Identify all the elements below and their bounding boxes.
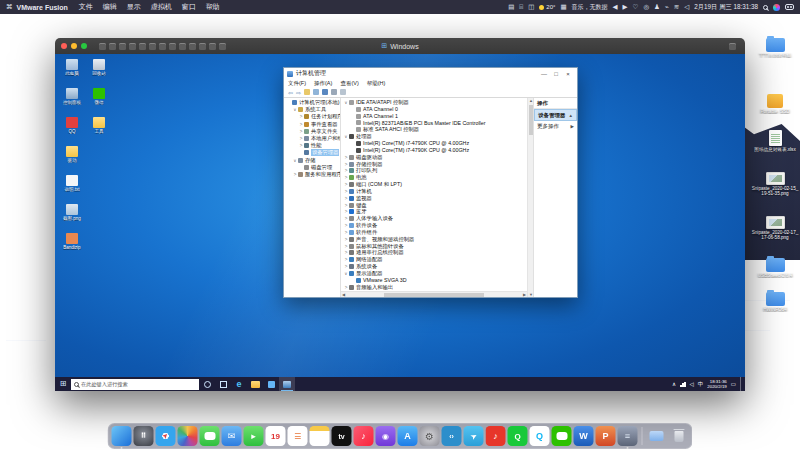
start-button[interactable]: ⊞	[55, 377, 71, 391]
menu-虚拟机[interactable]: 虚拟机	[151, 3, 172, 10]
tree-item-Intel(R) Core(TM) i7-4790K CPU @ 4.00GHz[interactable]: Intel(R) Core(TM) i7-4790K CPU @ 4.00GHz	[341, 140, 527, 147]
windows-desktop-icon-说明.txt[interactable]: 说明.txt	[59, 175, 85, 192]
unity-icon[interactable]	[159, 43, 166, 50]
mac-desktop-icon-Portable_SSD[interactable]: Portable_SSD	[751, 94, 799, 114]
tree-item-共享文件夹[interactable]: >共享文件夹	[284, 128, 340, 135]
windows-desktop-icon-Bandizip[interactable]: Bandizip	[59, 233, 85, 250]
tree-item-性能[interactable]: >性能	[284, 142, 340, 149]
menu-bar-clock[interactable]: 2月19日 周三 18:31:38	[694, 3, 758, 12]
dock-podcasts-icon[interactable]: ◉	[376, 426, 396, 446]
cm-close-button[interactable]: ×	[562, 71, 574, 77]
restart-icon[interactable]	[139, 43, 146, 50]
minimize-window-button[interactable]	[71, 43, 77, 49]
horizontal-scrollbar[interactable]: ◀▶	[341, 291, 527, 297]
windows-desktop-icon-此电脑[interactable]: 此电脑	[59, 59, 85, 76]
tree-item-音频输入和输出[interactable]: >音频输入和输出	[341, 284, 527, 291]
display-status-icon[interactable]: ▤	[508, 3, 514, 11]
windows-desktop-icon-驱动[interactable]: 驱动	[59, 146, 85, 163]
media-play-icon[interactable]: ▶	[623, 3, 628, 11]
dock-vmware-fusion-icon[interactable]: ≡	[618, 426, 638, 446]
forward-icon[interactable]: ⇨	[296, 89, 301, 96]
mac-desktop-icon-丁丁自动学剪辑[interactable]: 丁丁自动学剪辑	[751, 38, 799, 58]
cortana-button[interactable]	[199, 377, 215, 391]
menu-窗口[interactable]: 窗口	[182, 3, 196, 10]
vmware-title-bar[interactable]: ⊞ Windows	[55, 38, 745, 54]
dock-notes-icon[interactable]	[310, 426, 330, 446]
dock-vscode-icon[interactable]: ‹›	[442, 426, 462, 446]
cd-icon[interactable]	[189, 43, 196, 50]
dock-messages-icon[interactable]	[200, 426, 220, 446]
cm-menu-操作(A)[interactable]: 操作(A)	[314, 80, 332, 87]
snapshot-icon[interactable]	[109, 43, 116, 50]
tree-item-本地用户和组[interactable]: >本地用户和组	[284, 135, 340, 142]
dock-facetime-icon[interactable]: ▸	[244, 426, 264, 446]
cm-title-bar[interactable]: 计算机管理 — □ ×	[284, 68, 577, 79]
wifi-status-icon[interactable]: ≋	[674, 3, 679, 11]
media-prev-icon[interactable]: ◀	[613, 3, 618, 11]
dock-netease-music-icon[interactable]: ♪	[486, 426, 506, 446]
scrollbar-thumb[interactable]	[529, 105, 533, 135]
help-icon[interactable]	[322, 89, 328, 95]
properties-icon[interactable]	[331, 89, 337, 95]
network-tray-icon[interactable]	[680, 382, 686, 387]
tree-item-存储[interactable]: ∨存储	[284, 157, 340, 164]
dock-mail-icon[interactable]: ✉	[222, 426, 242, 446]
mac-desktop-icon-HWiNFO64[interactable]: HWiNFO64	[751, 292, 799, 312]
menu-app-name[interactable]: VMware Fusion	[17, 4, 68, 11]
dock-word-icon[interactable]: W	[574, 426, 594, 446]
weather-status[interactable]: 20°	[539, 4, 555, 10]
vm-snapshots-button[interactable]	[729, 43, 736, 50]
network-icon[interactable]	[199, 43, 206, 50]
tree-item-任务计划程序[interactable]: >任务计划程序	[284, 113, 340, 120]
tray-expand-icon[interactable]: ∧	[672, 381, 676, 387]
tree-item-键盘[interactable]: >键盘	[341, 202, 527, 209]
spotlight-search-icon[interactable]	[763, 5, 768, 10]
app-status-icon[interactable]: ◎	[643, 3, 649, 11]
keyboard-icon[interactable]	[219, 43, 226, 50]
fullscreen-icon[interactable]	[149, 43, 156, 50]
cm-maximize-button[interactable]: □	[550, 71, 562, 77]
menu-显示[interactable]: 显示	[127, 3, 141, 10]
dock-launchpad-icon[interactable]: ⠿	[134, 426, 154, 446]
dock-safari-icon[interactable]: ➤	[156, 426, 176, 446]
notch-status-icon[interactable]: ♟	[654, 3, 660, 11]
taskbar-search-box[interactable]: 在此处键入进行搜索	[71, 379, 199, 390]
dock-reminders-icon[interactable]: ☰	[288, 426, 308, 446]
windows-desktop[interactable]: 此电脑回收站控制面板微信QQ工具驱动说明.txt截图.pngBandizip 计…	[55, 54, 745, 391]
mirroring-status-icon[interactable]: ◫	[528, 3, 534, 11]
action-center-icon[interactable]: ▭	[731, 381, 736, 387]
siri-icon[interactable]	[773, 4, 780, 11]
expand-right-icon[interactable]: ▶	[571, 124, 574, 129]
tree-item-ATA Channel 1[interactable]: ATA Channel 1	[341, 113, 527, 120]
tree-icon[interactable]	[304, 89, 310, 95]
mac-desktop-icon-Snipaste_2020-02-15_19-51-35.png[interactable]: Snipaste_2020-02-15_19-51-35.png	[751, 172, 799, 196]
back-icon[interactable]: ⇦	[288, 89, 293, 96]
tree-item-磁盘管理[interactable]: 磁盘管理	[284, 164, 340, 171]
dock-calendar-icon[interactable]: 19	[266, 426, 286, 446]
dock-photos-icon[interactable]	[178, 426, 198, 446]
windows-desktop-icon-微信[interactable]: 微信	[86, 88, 112, 105]
tree-item-计算机管理(本地)[interactable]: 计算机管理(本地)	[284, 99, 340, 106]
cm-menu-查看(V)[interactable]: 查看(V)	[340, 80, 358, 87]
dock-music-icon[interactable]: ♪	[354, 426, 374, 446]
settings-icon[interactable]	[99, 43, 106, 50]
menu-帮助[interactable]: 帮助	[206, 3, 220, 10]
tree-item-事件查看器[interactable]: >事件查看器	[284, 121, 340, 128]
dock-iqiyi-icon[interactable]: Q	[508, 426, 528, 446]
task-view-button[interactable]	[215, 377, 231, 391]
tree-item-处理器[interactable]: ∨处理器	[341, 133, 527, 140]
suspend-icon[interactable]	[129, 43, 136, 50]
apple-menu-icon[interactable]: ⌘	[6, 3, 13, 11]
windows-desktop-icon-截图.png[interactable]: 截图.png	[59, 204, 85, 221]
file-list-icon[interactable]	[313, 89, 319, 95]
mac-desktop-icon-图纸信息对账表.xlsx[interactable]: 图纸信息对账表.xlsx	[751, 130, 799, 152]
show-desktop-button[interactable]	[740, 377, 743, 391]
tree-item-监视器[interactable]: >监视器	[341, 195, 527, 202]
dock-system-preferences-icon[interactable]: ⚙	[420, 426, 440, 446]
cm-minimize-button[interactable]: —	[538, 71, 550, 77]
bluetooth-status-icon[interactable]: ⌁	[665, 3, 669, 11]
tree-item-显示适配器[interactable]: ∨显示适配器	[341, 270, 527, 277]
dock-downloads-icon[interactable]	[647, 426, 667, 446]
actions-device-manager-item[interactable]: 设备管理器 ▲	[534, 109, 577, 121]
menu-编辑[interactable]: 编辑	[103, 3, 117, 10]
